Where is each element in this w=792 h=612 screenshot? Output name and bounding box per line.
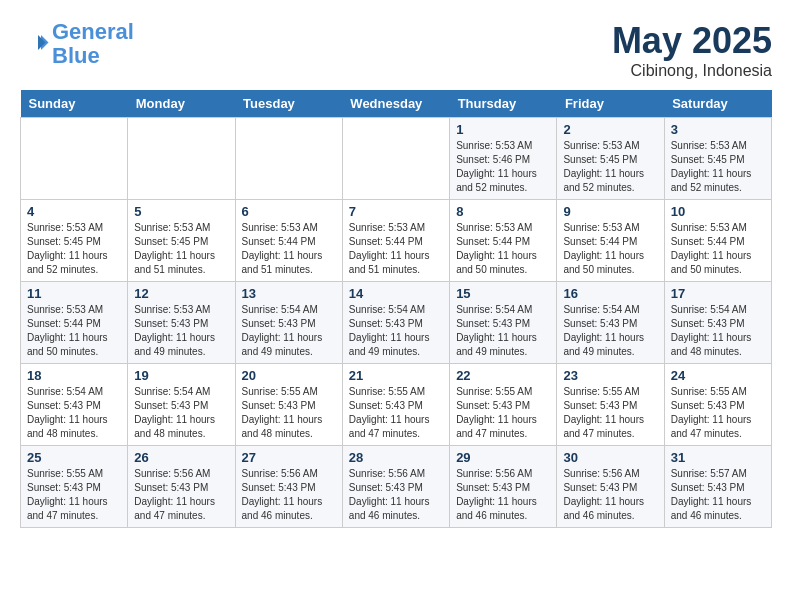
calendar-cell: 10Sunrise: 5:53 AM Sunset: 5:44 PM Dayli…: [664, 200, 771, 282]
day-number: 6: [242, 204, 336, 219]
calendar-cell: [128, 118, 235, 200]
day-info: Sunrise: 5:53 AM Sunset: 5:44 PM Dayligh…: [242, 221, 336, 277]
day-info: Sunrise: 5:54 AM Sunset: 5:43 PM Dayligh…: [671, 303, 765, 359]
day-number: 29: [456, 450, 550, 465]
day-number: 2: [563, 122, 657, 137]
weekday-header-monday: Monday: [128, 90, 235, 118]
calendar-cell: 3Sunrise: 5:53 AM Sunset: 5:45 PM Daylig…: [664, 118, 771, 200]
weekday-header-friday: Friday: [557, 90, 664, 118]
calendar-cell: 15Sunrise: 5:54 AM Sunset: 5:43 PM Dayli…: [450, 282, 557, 364]
calendar-cell: 28Sunrise: 5:56 AM Sunset: 5:43 PM Dayli…: [342, 446, 449, 528]
calendar-cell: 24Sunrise: 5:55 AM Sunset: 5:43 PM Dayli…: [664, 364, 771, 446]
calendar-cell: [342, 118, 449, 200]
day-number: 26: [134, 450, 228, 465]
day-number: 18: [27, 368, 121, 383]
location-subtitle: Cibinong, Indonesia: [612, 62, 772, 80]
day-info: Sunrise: 5:53 AM Sunset: 5:44 PM Dayligh…: [456, 221, 550, 277]
day-number: 5: [134, 204, 228, 219]
calendar-week-5: 25Sunrise: 5:55 AM Sunset: 5:43 PM Dayli…: [21, 446, 772, 528]
weekday-header-thursday: Thursday: [450, 90, 557, 118]
calendar-cell: 25Sunrise: 5:55 AM Sunset: 5:43 PM Dayli…: [21, 446, 128, 528]
day-info: Sunrise: 5:53 AM Sunset: 5:45 PM Dayligh…: [563, 139, 657, 195]
calendar-cell: 5Sunrise: 5:53 AM Sunset: 5:45 PM Daylig…: [128, 200, 235, 282]
logo-icon: [20, 29, 50, 59]
day-info: Sunrise: 5:54 AM Sunset: 5:43 PM Dayligh…: [563, 303, 657, 359]
calendar-table: SundayMondayTuesdayWednesdayThursdayFrid…: [20, 90, 772, 528]
calendar-cell: 14Sunrise: 5:54 AM Sunset: 5:43 PM Dayli…: [342, 282, 449, 364]
day-info: Sunrise: 5:56 AM Sunset: 5:43 PM Dayligh…: [563, 467, 657, 523]
calendar-cell: 19Sunrise: 5:54 AM Sunset: 5:43 PM Dayli…: [128, 364, 235, 446]
calendar-week-3: 11Sunrise: 5:53 AM Sunset: 5:44 PM Dayli…: [21, 282, 772, 364]
calendar-cell: 1Sunrise: 5:53 AM Sunset: 5:46 PM Daylig…: [450, 118, 557, 200]
calendar-cell: 30Sunrise: 5:56 AM Sunset: 5:43 PM Dayli…: [557, 446, 664, 528]
calendar-cell: 2Sunrise: 5:53 AM Sunset: 5:45 PM Daylig…: [557, 118, 664, 200]
logo-line2: Blue: [52, 43, 100, 68]
calendar-cell: 4Sunrise: 5:53 AM Sunset: 5:45 PM Daylig…: [21, 200, 128, 282]
calendar-cell: 7Sunrise: 5:53 AM Sunset: 5:44 PM Daylig…: [342, 200, 449, 282]
calendar-cell: 6Sunrise: 5:53 AM Sunset: 5:44 PM Daylig…: [235, 200, 342, 282]
calendar-cell: 31Sunrise: 5:57 AM Sunset: 5:43 PM Dayli…: [664, 446, 771, 528]
day-number: 17: [671, 286, 765, 301]
day-info: Sunrise: 5:55 AM Sunset: 5:43 PM Dayligh…: [349, 385, 443, 441]
logo-text: General Blue: [52, 20, 134, 68]
day-info: Sunrise: 5:53 AM Sunset: 5:43 PM Dayligh…: [134, 303, 228, 359]
calendar-cell: 16Sunrise: 5:54 AM Sunset: 5:43 PM Dayli…: [557, 282, 664, 364]
day-number: 24: [671, 368, 765, 383]
day-number: 20: [242, 368, 336, 383]
calendar-cell: 11Sunrise: 5:53 AM Sunset: 5:44 PM Dayli…: [21, 282, 128, 364]
calendar-cell: [235, 118, 342, 200]
day-info: Sunrise: 5:54 AM Sunset: 5:43 PM Dayligh…: [349, 303, 443, 359]
day-info: Sunrise: 5:56 AM Sunset: 5:43 PM Dayligh…: [349, 467, 443, 523]
title-block: May 2025 Cibinong, Indonesia: [612, 20, 772, 80]
day-info: Sunrise: 5:54 AM Sunset: 5:43 PM Dayligh…: [242, 303, 336, 359]
calendar-cell: 9Sunrise: 5:53 AM Sunset: 5:44 PM Daylig…: [557, 200, 664, 282]
day-number: 16: [563, 286, 657, 301]
day-info: Sunrise: 5:53 AM Sunset: 5:44 PM Dayligh…: [27, 303, 121, 359]
day-info: Sunrise: 5:54 AM Sunset: 5:43 PM Dayligh…: [27, 385, 121, 441]
day-number: 21: [349, 368, 443, 383]
calendar-week-4: 18Sunrise: 5:54 AM Sunset: 5:43 PM Dayli…: [21, 364, 772, 446]
day-number: 15: [456, 286, 550, 301]
calendar-cell: [21, 118, 128, 200]
day-number: 30: [563, 450, 657, 465]
day-info: Sunrise: 5:54 AM Sunset: 5:43 PM Dayligh…: [456, 303, 550, 359]
day-info: Sunrise: 5:53 AM Sunset: 5:44 PM Dayligh…: [563, 221, 657, 277]
day-number: 9: [563, 204, 657, 219]
day-number: 7: [349, 204, 443, 219]
day-number: 27: [242, 450, 336, 465]
day-info: Sunrise: 5:53 AM Sunset: 5:45 PM Dayligh…: [671, 139, 765, 195]
calendar-cell: 22Sunrise: 5:55 AM Sunset: 5:43 PM Dayli…: [450, 364, 557, 446]
day-number: 8: [456, 204, 550, 219]
day-info: Sunrise: 5:57 AM Sunset: 5:43 PM Dayligh…: [671, 467, 765, 523]
weekday-header-row: SundayMondayTuesdayWednesdayThursdayFrid…: [21, 90, 772, 118]
month-title: May 2025: [612, 20, 772, 62]
day-number: 1: [456, 122, 550, 137]
day-info: Sunrise: 5:55 AM Sunset: 5:43 PM Dayligh…: [563, 385, 657, 441]
calendar-cell: 23Sunrise: 5:55 AM Sunset: 5:43 PM Dayli…: [557, 364, 664, 446]
day-number: 4: [27, 204, 121, 219]
day-info: Sunrise: 5:55 AM Sunset: 5:43 PM Dayligh…: [27, 467, 121, 523]
day-number: 28: [349, 450, 443, 465]
day-info: Sunrise: 5:56 AM Sunset: 5:43 PM Dayligh…: [456, 467, 550, 523]
weekday-header-saturday: Saturday: [664, 90, 771, 118]
day-info: Sunrise: 5:53 AM Sunset: 5:45 PM Dayligh…: [27, 221, 121, 277]
calendar-cell: 27Sunrise: 5:56 AM Sunset: 5:43 PM Dayli…: [235, 446, 342, 528]
day-info: Sunrise: 5:56 AM Sunset: 5:43 PM Dayligh…: [134, 467, 228, 523]
logo: General Blue: [20, 20, 134, 68]
weekday-header-tuesday: Tuesday: [235, 90, 342, 118]
day-info: Sunrise: 5:53 AM Sunset: 5:44 PM Dayligh…: [671, 221, 765, 277]
calendar-cell: 17Sunrise: 5:54 AM Sunset: 5:43 PM Dayli…: [664, 282, 771, 364]
calendar-cell: 26Sunrise: 5:56 AM Sunset: 5:43 PM Dayli…: [128, 446, 235, 528]
day-info: Sunrise: 5:53 AM Sunset: 5:44 PM Dayligh…: [349, 221, 443, 277]
day-info: Sunrise: 5:55 AM Sunset: 5:43 PM Dayligh…: [456, 385, 550, 441]
day-number: 12: [134, 286, 228, 301]
logo-line1: General: [52, 19, 134, 44]
day-number: 14: [349, 286, 443, 301]
calendar-cell: 20Sunrise: 5:55 AM Sunset: 5:43 PM Dayli…: [235, 364, 342, 446]
day-number: 3: [671, 122, 765, 137]
calendar-cell: 13Sunrise: 5:54 AM Sunset: 5:43 PM Dayli…: [235, 282, 342, 364]
weekday-header-wednesday: Wednesday: [342, 90, 449, 118]
day-number: 25: [27, 450, 121, 465]
day-number: 22: [456, 368, 550, 383]
day-info: Sunrise: 5:53 AM Sunset: 5:45 PM Dayligh…: [134, 221, 228, 277]
